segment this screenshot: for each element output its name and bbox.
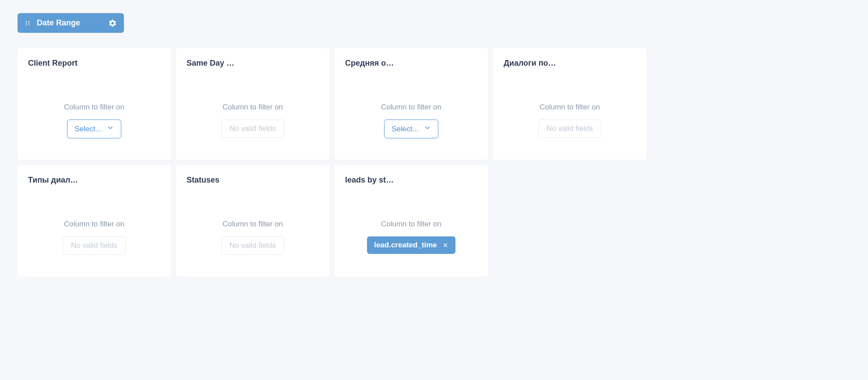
filter-card: Диалоги по каналамColumn to filter onNo …	[493, 48, 646, 160]
chevron-down-icon	[107, 124, 114, 134]
card-body: Column to filter onlead.created_time	[345, 204, 477, 266]
svg-point-5	[28, 24, 30, 25]
filter-card: Client ReportColumn to filter onSelect..…	[18, 48, 171, 160]
no-valid-fields: No valid fields	[221, 236, 284, 255]
card-title: Client Report	[28, 59, 81, 68]
column-filter-label: Column to filter on	[381, 103, 441, 112]
svg-point-4	[26, 24, 27, 25]
card-title: Средняя оценка	[345, 59, 398, 68]
card-title: Same Day Conversions	[187, 59, 239, 68]
card-title: leads by status	[345, 176, 398, 185]
select-placeholder: Select...	[392, 125, 418, 134]
column-filter-label: Column to filter on	[540, 103, 600, 112]
date-range-label: Date Range	[37, 18, 80, 28]
column-select[interactable]: Select...	[67, 120, 121, 138]
tag-label: lead.created_time	[374, 241, 437, 250]
column-filter-label: Column to filter on	[222, 103, 283, 112]
card-body: Column to filter onSelect...	[345, 88, 477, 149]
card-title: Statuses	[187, 176, 239, 185]
filter-card: Same Day ConversionsColumn to filter onN…	[176, 48, 329, 160]
svg-point-1	[28, 21, 30, 22]
no-valid-fields: No valid fields	[221, 120, 284, 138]
filter-card: leads by statusColumn to filter onlead.c…	[335, 165, 488, 277]
card-body: Column to filter onSelect...	[28, 88, 160, 149]
chevron-down-icon	[424, 124, 431, 134]
column-filter-label: Column to filter on	[64, 220, 124, 229]
svg-point-0	[26, 21, 27, 22]
card-title: Диалоги по каналам	[504, 59, 556, 68]
drag-handle-icon[interactable]	[25, 20, 31, 26]
column-select[interactable]: Select...	[384, 120, 438, 138]
svg-point-3	[28, 22, 30, 24]
card-body: Column to filter onNo valid fields	[504, 88, 636, 149]
filter-card: Средняя оценкаColumn to filter onSelect.…	[335, 48, 488, 160]
no-valid-fields: No valid fields	[63, 236, 126, 255]
svg-point-2	[26, 22, 27, 24]
selected-column-tag[interactable]: lead.created_time	[367, 236, 455, 254]
filter-card: Типы диалоговColumn to filter onNo valid…	[18, 165, 171, 277]
card-body: Column to filter onNo valid fields	[187, 204, 319, 266]
filter-card: StatusesColumn to filter onNo valid fiel…	[176, 165, 329, 277]
cards-grid: Client ReportColumn to filter onSelect..…	[18, 48, 850, 277]
date-range-filter[interactable]: Date Range	[18, 13, 124, 33]
card-title: Типы диалогов	[28, 176, 81, 185]
column-filter-label: Column to filter on	[381, 220, 441, 229]
gear-icon[interactable]	[108, 19, 117, 28]
column-filter-label: Column to filter on	[64, 103, 124, 112]
no-valid-fields: No valid fields	[538, 120, 601, 138]
card-body: Column to filter onNo valid fields	[28, 204, 160, 266]
card-body: Column to filter onNo valid fields	[187, 88, 319, 149]
column-filter-label: Column to filter on	[222, 220, 283, 229]
close-icon[interactable]	[442, 242, 448, 248]
select-placeholder: Select...	[74, 125, 101, 134]
